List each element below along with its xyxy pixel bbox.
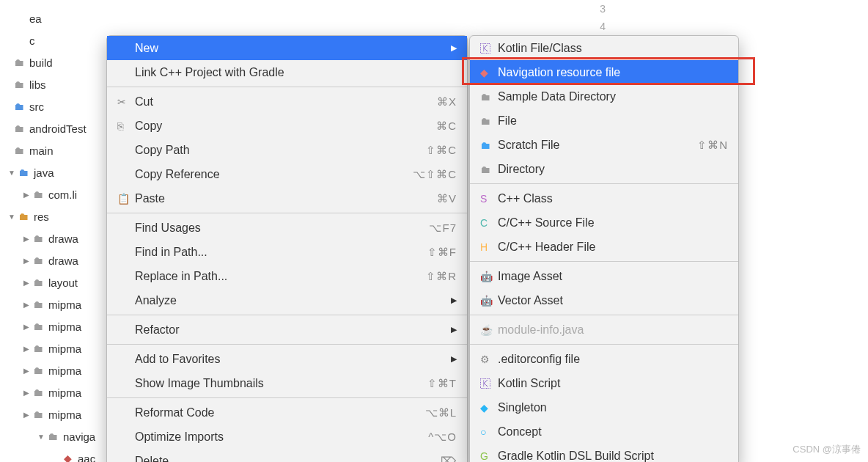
menu-item[interactable]: Refactor▶ — [107, 318, 467, 342]
menu-item-label: Singleton — [498, 401, 728, 414]
menu-item-icon: 📋 — [117, 193, 135, 205]
menu-item-label: Kotlin Script — [498, 377, 728, 390]
menu-item[interactable]: 🇰Kotlin Script — [470, 371, 738, 395]
expand-arrow-icon[interactable]: ▶ — [22, 367, 31, 375]
menu-item[interactable]: New▶ — [107, 36, 467, 60]
tree-item-label: build — [26, 56, 53, 69]
menu-item-shortcut: ⇧⌘T — [427, 377, 457, 390]
expand-arrow-icon[interactable]: ▶ — [22, 389, 31, 397]
context-menu[interactable]: New▶Link C++ Project with Gradle✂Cut⌘X⎘C… — [106, 35, 468, 462]
expand-arrow-icon[interactable]: ▶ — [22, 257, 31, 265]
menu-item-label: C/C++ Header File — [498, 241, 728, 254]
menu-item[interactable]: 🤖Image Asset — [470, 264, 738, 288]
folder-icon: 🖿 — [12, 122, 26, 134]
menu-item-label: Paste — [135, 192, 437, 205]
tree-item-label: layout — [45, 276, 78, 289]
folder-icon: 🖿 — [31, 320, 45, 332]
menu-separator — [470, 183, 738, 184]
tree-item[interactable]: ea — [0, 7, 220, 29]
menu-item[interactable]: Copy Path⇧⌘C — [107, 138, 467, 162]
menu-item-label: Navigation resource file — [498, 66, 728, 79]
menu-item[interactable]: SC++ Class — [470, 186, 738, 210]
menu-separator — [470, 315, 738, 315]
menu-item[interactable]: ⎘Copy⌘C — [107, 114, 467, 138]
folder-icon: 🖿 — [12, 56, 26, 68]
expand-arrow-icon[interactable]: ▶ — [22, 323, 31, 331]
menu-item-label: Directory — [498, 163, 728, 176]
tree-item-label: mipma — [45, 320, 81, 333]
expand-arrow-icon[interactable]: ▶ — [22, 301, 31, 309]
menu-item-icon: ⚙ — [480, 353, 498, 365]
menu-item-label: Delete... — [135, 455, 441, 463]
menu-item: ☕module-info.java — [470, 318, 738, 342]
menu-item[interactable]: Delete...⌦ — [107, 449, 467, 462]
menu-item-shortcut: ⌘X — [437, 95, 457, 109]
menu-item[interactable]: ○Concept — [470, 419, 738, 444]
expand-arrow-icon[interactable]: ▼ — [7, 169, 16, 177]
tree-item-label: mipma — [45, 364, 81, 377]
menu-item-label: Show Image Thumbnails — [135, 377, 427, 390]
menu-item[interactable]: 🖿Directory — [470, 157, 738, 181]
menu-item-label: File — [498, 114, 728, 128]
expand-arrow-icon[interactable]: ▶ — [22, 345, 31, 353]
menu-item[interactable]: ⚙.editorconfig file — [470, 347, 738, 371]
menu-item[interactable]: Reformat Code⌥⌘L — [107, 400, 467, 425]
menu-item[interactable]: 🖿File — [470, 109, 738, 133]
menu-item[interactable]: 🇰Kotlin File/Class — [470, 36, 738, 60]
menu-item-icon: ◆ — [480, 402, 498, 414]
menu-item-icon: 🖿 — [480, 139, 498, 151]
menu-item[interactable]: ◆Navigation resource file — [470, 60, 738, 84]
menu-item-icon: ○ — [480, 426, 498, 438]
folder-icon: 🖿 — [31, 254, 45, 266]
menu-item[interactable]: GGradle Kotlin DSL Build Script — [470, 444, 738, 462]
tree-item-label: mipma — [45, 298, 81, 311]
menu-item[interactable]: Optimize Imports^⌥O — [107, 425, 467, 449]
menu-item-label: C++ Class — [498, 192, 728, 205]
menu-item[interactable]: Copy Reference⌥⇧⌘C — [107, 162, 467, 186]
folder-icon: 🖿 — [12, 78, 26, 90]
expand-arrow-icon[interactable]: ▼ — [37, 433, 45, 441]
expand-arrow-icon[interactable]: ▼ — [7, 213, 16, 221]
menu-item-label: Concept — [498, 425, 728, 439]
menu-item[interactable]: Show Image Thumbnails⇧⌘T — [107, 371, 467, 395]
menu-item-icon: ⎘ — [117, 120, 135, 132]
tree-item-label: androidTest — [26, 122, 87, 135]
menu-item[interactable]: ✂Cut⌘X — [107, 89, 467, 114]
menu-item[interactable]: Add to Favorites▶ — [107, 347, 467, 371]
menu-item[interactable]: 📋Paste⌘V — [107, 186, 467, 210]
menu-item-shortcut: ⇧⌘C — [426, 144, 457, 157]
menu-item[interactable]: Link C++ Project with Gradle — [107, 60, 467, 84]
tree-item-label: mipma — [45, 342, 81, 355]
menu-item[interactable]: Replace in Path...⇧⌘R — [107, 264, 467, 288]
menu-item-label: Replace in Path... — [135, 270, 426, 283]
menu-item-icon: 🤖 — [480, 295, 498, 307]
menu-item-label: module-info.java — [498, 323, 728, 337]
menu-item[interactable]: 🖿Scratch File⇧⌘N — [470, 133, 738, 157]
menu-item-label: Analyze — [135, 294, 451, 307]
menu-item[interactable]: Find Usages⌥F7 — [107, 216, 467, 240]
menu-item[interactable]: 🖿Sample Data Directory — [470, 84, 738, 109]
folder-icon: 🖿 — [16, 210, 31, 222]
menu-item[interactable]: HC/C++ Header File — [470, 235, 738, 259]
expand-arrow-icon[interactable]: ▶ — [22, 411, 31, 419]
menu-item-shortcut: ⌘C — [436, 120, 457, 133]
expand-arrow-icon[interactable]: ▶ — [22, 235, 31, 243]
folder-icon: 🖿 — [31, 298, 45, 310]
editor-gutter: 3 4 — [589, 0, 611, 35]
menu-item-label: Vector Asset — [498, 294, 728, 307]
menu-item[interactable]: Find in Path...⇧⌘F — [107, 240, 467, 264]
tree-item-label: mipma — [45, 408, 81, 421]
tree-item-label: ea — [26, 12, 42, 25]
menu-item[interactable]: CC/C++ Source File — [470, 210, 738, 235]
watermark: CSDN @涼事倦 — [792, 443, 861, 456]
menu-item[interactable]: 🤖Vector Asset — [470, 288, 738, 312]
new-submenu[interactable]: 🇰Kotlin File/Class◆Navigation resource f… — [469, 35, 739, 462]
expand-arrow-icon[interactable]: ▶ — [22, 279, 31, 287]
menu-item-label: Sample Data Directory — [498, 90, 728, 103]
menu-item-label: Copy — [135, 120, 436, 133]
menu-item[interactable]: Analyze▶ — [107, 288, 467, 312]
expand-arrow-icon[interactable]: ▶ — [22, 191, 31, 199]
submenu-arrow-icon: ▶ — [451, 296, 457, 305]
folder-icon: 🖿 — [31, 232, 45, 244]
menu-item[interactable]: ◆Singleton — [470, 395, 738, 419]
